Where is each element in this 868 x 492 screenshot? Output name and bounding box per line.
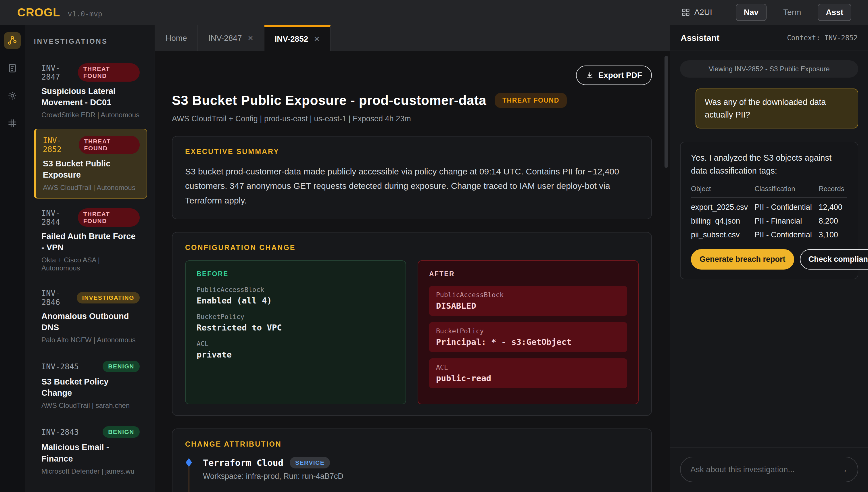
send-arrow-icon[interactable]: → bbox=[839, 464, 848, 475]
investigation-source: AWS CloudTrail | Autonomous bbox=[43, 183, 140, 192]
a2ui-toggle[interactable]: A2UI bbox=[681, 8, 712, 17]
tab-inv-2852[interactable]: INV-2852 ✕ bbox=[265, 25, 331, 51]
table-row: billing_q4.json PII - Financial 8,200 bbox=[691, 212, 847, 226]
asst-mode-button[interactable]: Asst bbox=[818, 4, 851, 21]
app-version: v1.0-mvp bbox=[68, 10, 102, 18]
tab-home[interactable]: Home bbox=[155, 25, 198, 51]
config-key: ACL bbox=[436, 364, 620, 371]
records-cell: 3,100 bbox=[819, 226, 847, 239]
status-badge: BENIGN bbox=[103, 426, 140, 438]
user-message: Was any of the downloaded data actually … bbox=[696, 89, 858, 128]
sidebar-item-inv-2843[interactable]: INV-2843 BENIGN Malicious Email - Financ… bbox=[34, 419, 147, 482]
investigation-title: Suspicious Lateral Movement - DC01 bbox=[41, 85, 140, 108]
before-label: BEFORE bbox=[197, 270, 395, 278]
app-logo: CROGL bbox=[17, 6, 60, 19]
ask-investigation-input[interactable] bbox=[690, 465, 839, 474]
timeline-step-terraform: Terraform Cloud SERVICE Workspace: infra… bbox=[203, 457, 639, 481]
brand: CROGL v1.0-mvp bbox=[17, 6, 102, 19]
check-compliance-button[interactable]: Check compliance bbox=[800, 249, 868, 270]
config-entry: BucketPolicy Principal: * - s3:GetObject bbox=[429, 322, 627, 352]
investigations-sidebar: INVESTIGATIONS INV-2847 THREAT FOUND Sus… bbox=[25, 25, 155, 492]
config-value: Enabled (all 4) bbox=[197, 296, 395, 305]
investigation-title: S3 Bucket Public Exposure bbox=[43, 158, 140, 180]
before-panel: BEFORE PublicAccessBlock Enabled (all 4)… bbox=[185, 261, 406, 404]
tab-bar: Home INV-2847 ✕ INV-2852 ✕ bbox=[155, 25, 670, 51]
page-title: S3 Bucket Public Exposure - prod-custome… bbox=[172, 93, 486, 108]
topbar-controls: A2UI Nav Term Asst bbox=[681, 4, 851, 21]
generate-breach-report-button[interactable]: Generate breach report bbox=[691, 249, 794, 270]
config-entry: ACL private bbox=[197, 340, 395, 360]
assistant-panel: Assistant Context: INV-2852 Viewing INV-… bbox=[670, 25, 868, 492]
grid-hash-icon[interactable] bbox=[4, 115, 21, 132]
config-key: PublicAccessBlock bbox=[197, 286, 395, 293]
export-pdf-button[interactable]: Export PDF bbox=[576, 66, 652, 85]
reply-text: Yes. I analyzed the S3 objects against d… bbox=[691, 151, 847, 177]
after-panel: AFTER PublicAccessBlock DISABLED BucketP… bbox=[418, 261, 639, 404]
investigation-title: Failed Auth Brute Force - VPN bbox=[41, 231, 140, 253]
scan-sun-icon[interactable] bbox=[4, 88, 21, 104]
config-entry: PublicAccessBlock DISABLED bbox=[429, 286, 627, 316]
sidebar-item-inv-2844[interactable]: INV-2844 THREAT FOUND Failed Auth Brute … bbox=[34, 201, 147, 279]
nav-rail bbox=[0, 25, 25, 492]
configuration-change-card: CONFIGURATION CHANGE BEFORE PublicAccess… bbox=[172, 232, 652, 416]
tab-inv-2847[interactable]: INV-2847 ✕ bbox=[198, 25, 265, 51]
term-mode-button[interactable]: Term bbox=[775, 4, 809, 21]
topbar-divider bbox=[724, 6, 724, 19]
investigation-id: INV-2846 bbox=[41, 289, 77, 306]
after-label: AFTER bbox=[429, 270, 627, 278]
investigation-source: Palo Alto NGFW | Autonomous bbox=[41, 336, 140, 344]
section-heading: CONFIGURATION CHANGE bbox=[185, 243, 639, 252]
object-cell: export_2025.csv bbox=[691, 198, 754, 212]
attribution-timeline: Terraform Cloud SERVICE Workspace: infra… bbox=[185, 457, 639, 492]
classification-table: Object Classification Records export_202… bbox=[691, 185, 847, 239]
config-value: DISABLED bbox=[436, 301, 620, 311]
table-row: pii_subset.csv PII - Confidential 3,100 bbox=[691, 226, 847, 239]
a2ui-label: A2UI bbox=[694, 8, 712, 17]
sidebar-item-inv-2852[interactable]: INV-2852 THREAT FOUND S3 Bucket Public E… bbox=[34, 129, 147, 198]
apps-grid-icon bbox=[681, 8, 690, 17]
investigation-source: AWS CloudTrail | sarah.chen bbox=[41, 401, 140, 410]
tab-label: INV-2852 bbox=[275, 34, 308, 44]
service-badge: SERVICE bbox=[290, 457, 330, 468]
assistant-header: Assistant Context: INV-2852 bbox=[670, 25, 868, 51]
status-badge: THREAT FOUND bbox=[78, 63, 140, 82]
classification-cell: PII - Confidential bbox=[754, 198, 819, 212]
main-column: Home INV-2847 ✕ INV-2852 ✕ bbox=[155, 25, 670, 492]
investigation-title: Anomalous Outbound DNS bbox=[41, 311, 140, 333]
records-cell: 8,200 bbox=[819, 212, 847, 226]
main-scrollbar[interactable] bbox=[665, 56, 668, 168]
assistant-context: Context: INV-2852 bbox=[787, 34, 858, 42]
config-key: PublicAccessBlock bbox=[436, 291, 620, 299]
summary-text: S3 bucket prod-customer-data made public… bbox=[185, 164, 634, 208]
assistant-input-area: → bbox=[670, 447, 868, 492]
records-cell: 12,400 bbox=[819, 198, 847, 212]
report-icon[interactable] bbox=[4, 60, 21, 76]
top-bar: CROGL v1.0-mvp A2UI Nav Term Asst bbox=[0, 0, 868, 25]
config-entry: ACL public-read bbox=[429, 359, 627, 388]
change-attribution-card: CHANGE ATTRIBUTION Terraform Cloud SERVI… bbox=[172, 428, 652, 492]
section-heading: EXECUTIVE SUMMARY bbox=[185, 147, 639, 156]
close-tab-icon[interactable]: ✕ bbox=[314, 35, 320, 43]
executive-summary-card: EXECUTIVE SUMMARY S3 bucket prod-custome… bbox=[172, 136, 652, 219]
investigation-id: INV-2843 bbox=[41, 427, 79, 437]
chat-input-wrapper[interactable]: → bbox=[680, 457, 858, 482]
investigation-id: INV-2852 bbox=[43, 136, 79, 154]
classification-cell: PII - Financial bbox=[754, 212, 819, 226]
threat-found-badge: THREAT FOUND bbox=[495, 93, 567, 108]
assistant-reply: Yes. I analyzed the S3 objects against d… bbox=[680, 142, 858, 279]
close-tab-icon[interactable]: ✕ bbox=[247, 34, 253, 42]
sidebar-item-inv-2845[interactable]: INV-2845 BENIGN S3 Bucket Policy Change … bbox=[34, 354, 147, 416]
investigation-id: INV-2845 bbox=[41, 362, 79, 371]
investigation-source: CrowdStrike EDR | Autonomous bbox=[41, 111, 140, 119]
step-name: Terraform Cloud bbox=[203, 458, 283, 468]
sidebar-item-inv-2846[interactable]: INV-2846 INVESTIGATING Anomalous Outboun… bbox=[34, 282, 147, 351]
investigation-title: S3 Bucket Policy Change bbox=[41, 376, 140, 399]
sidebar-item-inv-2847[interactable]: INV-2847 THREAT FOUND Suspicious Lateral… bbox=[34, 56, 147, 126]
investigation-title: Malicious Email - Finance bbox=[41, 442, 140, 464]
status-badge: INVESTIGATING bbox=[77, 292, 140, 303]
investigations-graph-icon[interactable] bbox=[4, 32, 21, 49]
config-entry: PublicAccessBlock Enabled (all 4) bbox=[197, 286, 395, 305]
config-key: BucketPolicy bbox=[197, 313, 395, 320]
config-value: Principal: * - s3:GetObject bbox=[436, 337, 620, 347]
nav-mode-button[interactable]: Nav bbox=[736, 4, 767, 21]
